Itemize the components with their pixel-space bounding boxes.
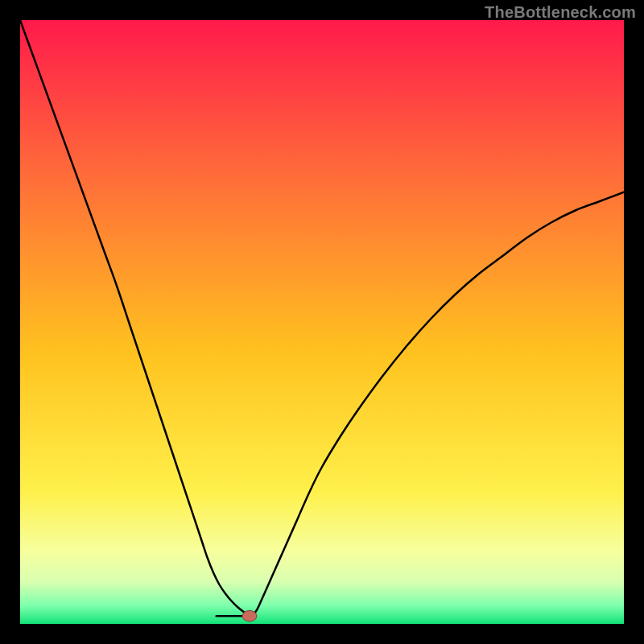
chart-frame: TheBottleneck.com [0,0,644,644]
chart-plot [20,20,624,624]
watermark-text: TheBottleneck.com [485,3,636,22]
chart-background [20,20,624,624]
min-marker [242,611,257,622]
